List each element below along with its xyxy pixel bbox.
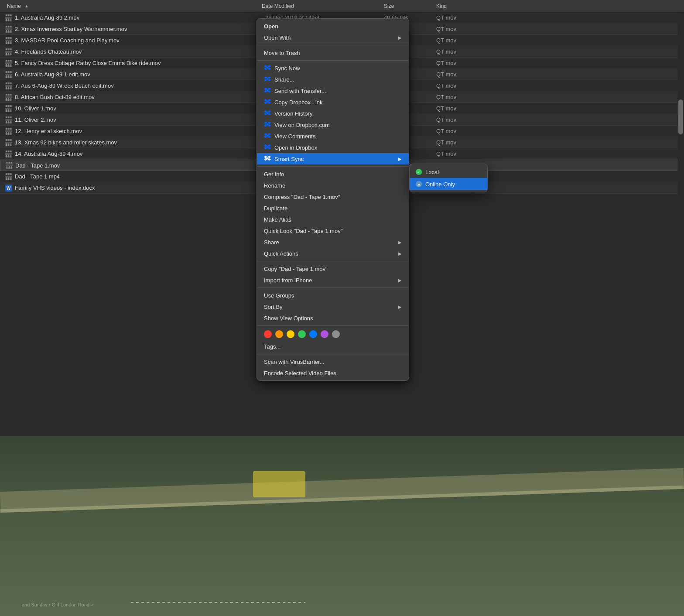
file-kind: QT mov [436, 60, 489, 66]
menu-item-view-on-dropbox[interactable]: View on Dropbox.com [257, 119, 409, 130]
menu-item-import-iphone[interactable]: Import from iPhone▶ [257, 274, 409, 286]
column-name-header[interactable]: Name ▲ [0, 3, 262, 9]
menu-item-view-comments[interactable]: View Comments [257, 130, 409, 142]
menu-separator [257, 287, 409, 288]
smart-sync-submenu: ✓ Local ☁ Online Only [409, 164, 488, 192]
kind-col-label: Kind [436, 3, 447, 9]
svg-rect-33 [6, 53, 7, 55]
scroll-thumb[interactable] [678, 99, 683, 134]
file-kind: QT mov [436, 94, 489, 100]
svg-rect-12 [6, 26, 7, 27]
file-kind: QT mov [436, 37, 489, 44]
tag-color-1[interactable] [275, 330, 283, 338]
submenu-arrow: ▶ [398, 240, 402, 245]
smart-sync-local[interactable]: ✓ Local [410, 166, 487, 178]
svg-rect-22 [8, 37, 9, 39]
file-icon [5, 14, 12, 21]
column-size-header[interactable]: Size [384, 3, 436, 9]
menu-item-version-history[interactable]: Version History [257, 108, 409, 119]
menu-item-copy-dropbox-link[interactable]: Copy Dropbox Link [257, 96, 409, 108]
svg-rect-7 [8, 19, 9, 21]
svg-rect-57 [6, 82, 7, 84]
menu-item-label: Encode Selected Video Files [264, 370, 336, 376]
tag-color-2[interactable] [287, 330, 294, 338]
menu-item-tags[interactable]: Tags... [257, 341, 409, 352]
svg-rect-13 [8, 26, 9, 27]
file-icon [5, 128, 12, 135]
tag-color-5[interactable] [321, 330, 328, 338]
menu-separator [257, 354, 409, 354]
name-col-label: Name [7, 3, 21, 9]
file-name-cell: 12. Henry et al sketch.mov [0, 128, 262, 135]
svg-rect-78 [6, 110, 7, 112]
dropbox-icon [264, 75, 274, 84]
svg-rect-125 [11, 166, 12, 169]
svg-rect-127 [5, 175, 12, 176]
menu-item-get-info[interactable]: Get Info [257, 168, 409, 180]
menu-separator [257, 261, 409, 261]
submenu-arrow: ▶ [398, 305, 402, 309]
menu-item-quick-look[interactable]: Quick Look "Dad - Tape 1.mov" [257, 225, 409, 236]
menu-item-sync-now[interactable]: Sync Now [257, 62, 409, 74]
menu-item-scan-virus[interactable]: Scan with VirusBarrier... [257, 356, 409, 367]
svg-rect-111 [6, 151, 7, 152]
svg-rect-93 [6, 128, 7, 130]
file-name-text: 8. African Bush Oct-89 edit.mov [15, 94, 95, 100]
smart-sync-online-only[interactable]: ☁ Online Only [410, 178, 487, 190]
svg-rect-28 [5, 50, 12, 51]
file-name-cell: 7. Aus 6-Aug-89 Wreck Beach edit.mov [0, 82, 262, 89]
menu-item-sort-by[interactable]: Sort By▶ [257, 301, 409, 312]
file-kind: QT mov [436, 26, 489, 32]
svg-rect-3 [6, 14, 7, 16]
svg-rect-34 [8, 53, 9, 55]
file-name-cell: Dad - Tape 1.mov [0, 162, 262, 169]
column-kind-header[interactable]: Kind [436, 3, 489, 9]
menu-item-share2[interactable]: Share▶ [257, 236, 409, 248]
tags-label: Tags... [264, 343, 280, 350]
svg-rect-76 [8, 105, 9, 107]
menu-item-quick-actions[interactable]: Quick Actions▶ [257, 248, 409, 259]
tag-color-3[interactable] [298, 330, 306, 338]
menu-item-move-to-trash[interactable]: Move to Trash [257, 47, 409, 58]
date-col-label: Date Modified [262, 3, 294, 9]
menu-item-compress[interactable]: Compress "Dad - Tape 1.mov" [257, 191, 409, 202]
menu-item-label: Compress "Dad - Tape 1.mov" [264, 194, 340, 200]
menu-item-use-groups[interactable]: Use Groups [257, 290, 409, 301]
column-date-header[interactable]: Date Modified [262, 3, 384, 9]
menu-item-smart-sync[interactable]: Smart Sync▶ [257, 153, 409, 164]
file-icon [5, 105, 12, 112]
menu-item-show-view-options[interactable]: Show View Options [257, 312, 409, 324]
tag-color-0[interactable] [264, 330, 272, 338]
sort-arrow-up: ▲ [24, 3, 29, 8]
menu-item-share[interactable]: Share... [257, 74, 409, 85]
menu-item-open[interactable]: Open [257, 21, 409, 32]
file-name-cell: 11. Oliver 2.mov [0, 116, 262, 123]
menu-item-open-in-dropbox[interactable]: Open in Dropbox [257, 142, 409, 153]
svg-rect-122 [11, 162, 12, 164]
svg-rect-97 [8, 132, 9, 135]
menu-item-label: View on Dropbox.com [274, 122, 330, 128]
file-icon [5, 116, 12, 123]
scrollbar[interactable] [677, 12, 684, 361]
menu-item-open-with[interactable]: Open With▶ [257, 32, 409, 43]
file-icon [5, 60, 12, 67]
svg-rect-130 [8, 173, 9, 175]
file-kind: QT mov [436, 139, 489, 146]
svg-rect-8 [10, 19, 11, 21]
menu-item-make-alias[interactable]: Make Alias [257, 214, 409, 225]
submenu-arrow: ▶ [398, 35, 402, 40]
menu-item-rename[interactable]: Rename [257, 180, 409, 191]
svg-rect-133 [8, 178, 9, 180]
file-icon [5, 94, 12, 101]
file-name-cell: 13. Xmas 92 bikes and roller skates.mov [0, 139, 262, 146]
svg-rect-44 [10, 64, 11, 67]
menu-item-label: Duplicate [264, 205, 287, 212]
svg-rect-1 [5, 16, 12, 17]
menu-item-copy-file[interactable]: Copy "Dad - Tape 1.mov" [257, 263, 409, 274]
tag-color-6[interactable] [332, 330, 340, 338]
tag-color-4[interactable] [309, 330, 317, 338]
svg-rect-69 [6, 98, 7, 101]
menu-item-encode-video[interactable]: Encode Selected Video Files [257, 367, 409, 379]
menu-item-send-with-transfer[interactable]: Send with Transfer... [257, 85, 409, 96]
menu-item-duplicate[interactable]: Duplicate [257, 202, 409, 214]
